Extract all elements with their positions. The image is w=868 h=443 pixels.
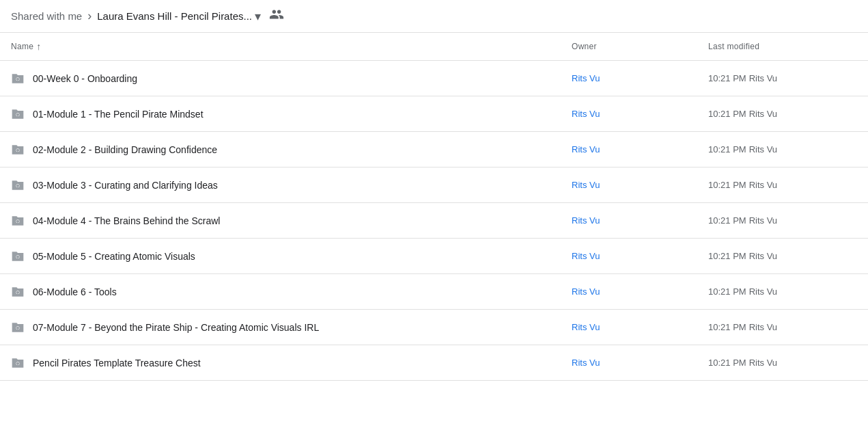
modified-by: Rits Vu xyxy=(749,251,777,261)
table-row[interactable]: Pencil Pirates Template Treasure Chest R… xyxy=(0,345,868,381)
modified-cell: 10:21 PM Rits Vu xyxy=(697,345,868,381)
table-row[interactable]: 01-Module 1 - The Pencil Pirate Mindset … xyxy=(0,96,868,132)
breadcrumb-separator: › xyxy=(87,9,92,23)
modified-time: 10:21 PM xyxy=(708,73,746,83)
modified-cell: 10:21 PM Rits Vu xyxy=(697,239,868,274)
file-name-cell[interactable]: Pencil Pirates Template Treasure Chest xyxy=(0,345,561,381)
modified-time: 10:21 PM xyxy=(708,322,746,332)
modified-by: Rits Vu xyxy=(749,286,777,297)
owner-cell[interactable]: Rits Vu xyxy=(561,274,697,310)
shared-folder-icon xyxy=(11,285,25,299)
table-row[interactable]: 00-Week 0 - Onboarding Rits Vu 10:21 PM … xyxy=(0,61,868,96)
chevron-down-icon[interactable]: ▾ xyxy=(255,9,261,24)
column-header-owner[interactable]: Owner xyxy=(561,33,697,61)
svg-point-11 xyxy=(16,258,20,260)
file-name-cell[interactable]: 05-Module 5 - Creating Atomic Visuals xyxy=(0,239,561,274)
table-row[interactable]: 06-Module 6 - Tools Rits Vu 10:21 PM Rit… xyxy=(0,274,868,310)
modified-cell: 10:21 PM Rits Vu xyxy=(697,310,868,345)
modified-time: 10:21 PM xyxy=(708,251,746,261)
table-header-row: Name ↑ Owner Last modified xyxy=(0,33,868,61)
modified-cell: 10:21 PM Rits Vu xyxy=(697,132,868,167)
modified-time: 10:21 PM xyxy=(708,180,746,190)
file-name-cell[interactable]: 04-Module 4 - The Brains Behind the Scra… xyxy=(0,203,561,239)
svg-point-17 xyxy=(16,365,20,367)
modified-cell: 10:21 PM Rits Vu xyxy=(697,203,868,239)
table-row[interactable]: 04-Module 4 - The Brains Behind the Scra… xyxy=(0,203,868,239)
file-name-label: 06-Module 6 - Tools xyxy=(33,286,117,297)
file-name-cell[interactable]: 07-Module 7 - Beyond the Pirate Ship - C… xyxy=(0,310,561,345)
file-name-label: 05-Module 5 - Creating Atomic Visuals xyxy=(33,251,195,262)
column-header-last-modified[interactable]: Last modified xyxy=(697,33,868,61)
modified-time: 10:21 PM xyxy=(708,144,746,155)
file-name-label: 02-Module 2 - Building Drawing Confidenc… xyxy=(33,144,217,155)
table-row[interactable]: 02-Module 2 - Building Drawing Confidenc… xyxy=(0,132,868,167)
svg-point-9 xyxy=(16,223,20,225)
people-icon[interactable] xyxy=(269,7,284,25)
shared-folder-icon xyxy=(11,321,25,334)
svg-point-15 xyxy=(16,330,20,332)
shared-folder-icon xyxy=(11,250,25,263)
modified-cell: 10:21 PM Rits Vu xyxy=(697,96,868,132)
svg-point-13 xyxy=(16,294,20,296)
current-folder-label: Laura Evans Hill - Pencil Pirates... xyxy=(97,10,252,22)
modified-by: Rits Vu xyxy=(749,358,777,368)
owner-cell[interactable]: Rits Vu xyxy=(561,96,697,132)
file-table: Name ↑ Owner Last modified 00-Week 0 - O… xyxy=(0,33,868,381)
shared-folder-icon xyxy=(11,107,25,121)
owner-cell[interactable]: Rits Vu xyxy=(561,310,697,345)
shared-folder-icon xyxy=(11,143,25,157)
shared-folder-icon xyxy=(11,214,25,228)
modified-cell: 10:21 PM Rits Vu xyxy=(697,61,868,96)
owner-cell[interactable]: Rits Vu xyxy=(561,167,697,203)
breadcrumb-bar: Shared with me › Laura Evans Hill - Penc… xyxy=(0,0,868,33)
file-name-label: 07-Module 7 - Beyond the Pirate Ship - C… xyxy=(33,322,319,333)
svg-point-1 xyxy=(16,81,20,83)
file-name-cell[interactable]: 01-Module 1 - The Pencil Pirate Mindset xyxy=(0,96,561,132)
breadcrumb-current-folder[interactable]: Laura Evans Hill - Pencil Pirates... ▾ xyxy=(97,9,261,24)
file-name-label: 04-Module 4 - The Brains Behind the Scra… xyxy=(33,215,220,226)
shared-folder-icon xyxy=(11,178,25,192)
modified-time: 10:21 PM xyxy=(708,215,746,226)
file-name-label: 01-Module 1 - The Pencil Pirate Mindset xyxy=(33,109,204,120)
modified-time: 10:21 PM xyxy=(708,286,746,297)
shared-folder-icon xyxy=(11,356,25,370)
breadcrumb-shared-link[interactable]: Shared with me xyxy=(11,10,82,22)
owner-cell[interactable]: Rits Vu xyxy=(561,61,697,96)
modified-time: 10:21 PM xyxy=(708,109,746,119)
modified-by: Rits Vu xyxy=(749,322,777,332)
modified-by: Rits Vu xyxy=(749,144,777,155)
owner-cell[interactable]: Rits Vu xyxy=(561,132,697,167)
sort-arrow-icon: ↑ xyxy=(36,41,41,52)
table-row[interactable]: 07-Module 7 - Beyond the Pirate Ship - C… xyxy=(0,310,868,345)
table-row[interactable]: 05-Module 5 - Creating Atomic Visuals Ri… xyxy=(0,239,868,274)
modified-by: Rits Vu xyxy=(749,109,777,119)
file-name-cell[interactable]: 03-Module 3 - Curating and Clarifying Id… xyxy=(0,167,561,203)
column-header-name[interactable]: Name ↑ xyxy=(0,33,561,61)
svg-point-3 xyxy=(16,116,20,118)
file-name-label: Pencil Pirates Template Treasure Chest xyxy=(33,358,201,368)
owner-cell[interactable]: Rits Vu xyxy=(561,203,697,239)
file-name-label: 00-Week 0 - Onboarding xyxy=(33,73,137,84)
file-name-label: 03-Module 3 - Curating and Clarifying Id… xyxy=(33,180,218,191)
owner-cell[interactable]: Rits Vu xyxy=(561,345,697,381)
svg-point-7 xyxy=(16,187,20,189)
modified-by: Rits Vu xyxy=(749,73,777,83)
modified-cell: 10:21 PM Rits Vu xyxy=(697,274,868,310)
modified-by: Rits Vu xyxy=(749,215,777,226)
file-name-cell[interactable]: 00-Week 0 - Onboarding xyxy=(0,61,561,96)
modified-cell: 10:21 PM Rits Vu xyxy=(697,167,868,203)
modified-by: Rits Vu xyxy=(749,180,777,190)
shared-folder-icon xyxy=(11,72,25,85)
owner-cell[interactable]: Rits Vu xyxy=(561,239,697,274)
file-name-cell[interactable]: 06-Module 6 - Tools xyxy=(0,274,561,310)
svg-point-5 xyxy=(16,152,20,154)
modified-time: 10:21 PM xyxy=(708,358,746,368)
file-name-cell[interactable]: 02-Module 2 - Building Drawing Confidenc… xyxy=(0,132,561,167)
table-row[interactable]: 03-Module 3 - Curating and Clarifying Id… xyxy=(0,167,868,203)
